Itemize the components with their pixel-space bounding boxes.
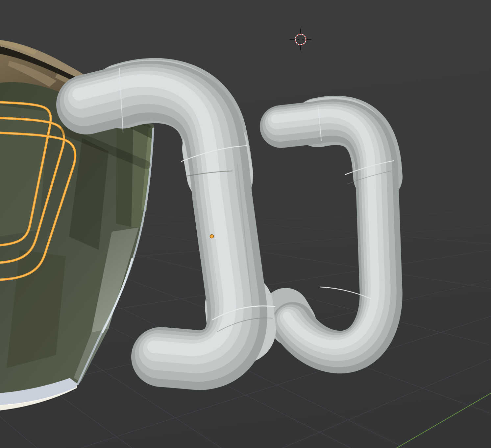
viewport-canvas[interactable] bbox=[0, 0, 491, 448]
object-origin-dot[interactable] bbox=[210, 235, 214, 238]
blender-3d-viewport[interactable] bbox=[0, 0, 491, 448]
